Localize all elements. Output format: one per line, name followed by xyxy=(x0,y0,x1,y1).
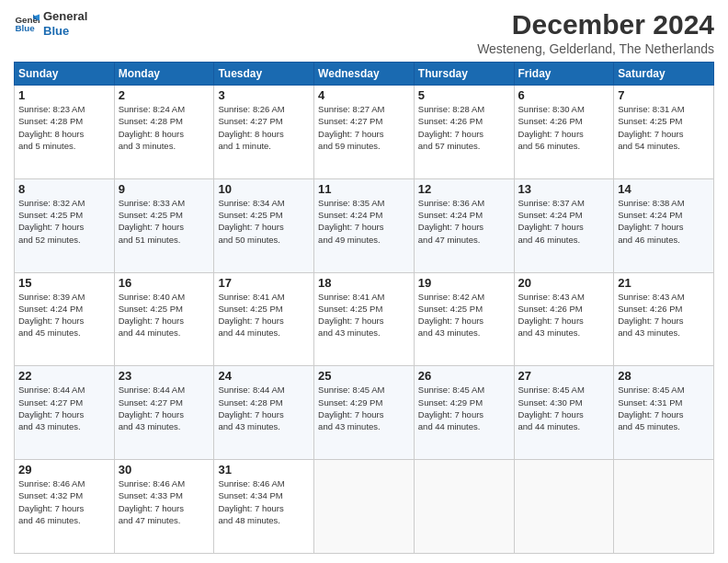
day-info: Sunrise: 8:36 AM Sunset: 4:24 PM Dayligh… xyxy=(418,197,510,246)
day-number: 24 xyxy=(218,369,310,383)
calendar-cell xyxy=(514,460,614,554)
day-number: 14 xyxy=(618,182,710,196)
calendar-header-tuesday: Tuesday xyxy=(214,63,314,86)
calendar-week-4: 22Sunrise: 8:44 AM Sunset: 4:27 PM Dayli… xyxy=(15,366,714,460)
calendar-week-5: 29Sunrise: 8:46 AM Sunset: 4:32 PM Dayli… xyxy=(15,460,714,554)
day-number: 2 xyxy=(119,88,210,102)
calendar-cell: 19Sunrise: 8:42 AM Sunset: 4:25 PM Dayli… xyxy=(414,272,514,366)
calendar-cell: 12Sunrise: 8:36 AM Sunset: 4:24 PM Dayli… xyxy=(414,178,514,272)
day-info: Sunrise: 8:44 AM Sunset: 4:27 PM Dayligh… xyxy=(18,384,110,432)
logo: General Blue General Blue xyxy=(14,9,87,38)
logo-line2: Blue xyxy=(43,24,87,39)
calendar-cell: 28Sunrise: 8:45 AM Sunset: 4:31 PM Dayli… xyxy=(614,366,714,460)
calendar-header-thursday: Thursday xyxy=(414,63,514,86)
day-info: Sunrise: 8:30 AM Sunset: 4:26 PM Dayligh… xyxy=(518,103,610,152)
day-info: Sunrise: 8:45 AM Sunset: 4:29 PM Dayligh… xyxy=(318,384,410,432)
main-title: December 2024 xyxy=(477,9,714,40)
calendar-cell: 27Sunrise: 8:45 AM Sunset: 4:30 PM Dayli… xyxy=(514,366,614,460)
calendar-cell: 31Sunrise: 8:46 AM Sunset: 4:34 PM Dayli… xyxy=(214,460,314,554)
day-number: 5 xyxy=(418,88,510,102)
day-number: 3 xyxy=(218,88,310,102)
day-number: 10 xyxy=(218,182,310,196)
calendar-cell: 17Sunrise: 8:41 AM Sunset: 4:25 PM Dayli… xyxy=(214,272,314,366)
day-info: Sunrise: 8:37 AM Sunset: 4:24 PM Dayligh… xyxy=(518,197,610,246)
day-info: Sunrise: 8:44 AM Sunset: 4:27 PM Dayligh… xyxy=(119,384,210,432)
day-number: 4 xyxy=(318,88,410,102)
day-number: 31 xyxy=(218,463,310,477)
calendar-header-row: SundayMondayTuesdayWednesdayThursdayFrid… xyxy=(15,63,714,86)
day-info: Sunrise: 8:38 AM Sunset: 4:24 PM Dayligh… xyxy=(618,197,710,246)
day-info: Sunrise: 8:27 AM Sunset: 4:27 PM Dayligh… xyxy=(318,103,410,152)
logo-line1: General xyxy=(43,9,87,24)
day-number: 26 xyxy=(418,369,510,383)
calendar-cell: 23Sunrise: 8:44 AM Sunset: 4:27 PM Dayli… xyxy=(114,366,214,460)
day-number: 23 xyxy=(119,369,210,383)
day-number: 28 xyxy=(618,369,710,383)
day-number: 25 xyxy=(318,369,410,383)
day-number: 8 xyxy=(18,182,110,196)
day-info: Sunrise: 8:45 AM Sunset: 4:30 PM Dayligh… xyxy=(518,384,610,432)
day-number: 12 xyxy=(418,182,510,196)
day-number: 30 xyxy=(119,463,210,477)
calendar-cell: 10Sunrise: 8:34 AM Sunset: 4:25 PM Dayli… xyxy=(214,178,314,272)
calendar-header-saturday: Saturday xyxy=(614,63,714,86)
calendar-cell: 14Sunrise: 8:38 AM Sunset: 4:24 PM Dayli… xyxy=(614,178,714,272)
calendar-cell: 7Sunrise: 8:31 AM Sunset: 4:25 PM Daylig… xyxy=(614,86,714,179)
calendar-cell: 24Sunrise: 8:44 AM Sunset: 4:28 PM Dayli… xyxy=(214,366,314,460)
calendar-cell: 15Sunrise: 8:39 AM Sunset: 4:24 PM Dayli… xyxy=(15,272,115,366)
calendar-cell: 1Sunrise: 8:23 AM Sunset: 4:28 PM Daylig… xyxy=(15,86,115,179)
day-info: Sunrise: 8:39 AM Sunset: 4:24 PM Dayligh… xyxy=(18,291,110,339)
calendar-cell: 4Sunrise: 8:27 AM Sunset: 4:27 PM Daylig… xyxy=(314,86,415,179)
calendar-cell: 16Sunrise: 8:40 AM Sunset: 4:25 PM Dayli… xyxy=(114,272,214,366)
day-number: 16 xyxy=(119,276,210,290)
calendar-cell xyxy=(314,460,415,554)
day-info: Sunrise: 8:41 AM Sunset: 4:25 PM Dayligh… xyxy=(218,291,310,339)
day-info: Sunrise: 8:41 AM Sunset: 4:25 PM Dayligh… xyxy=(318,291,410,339)
calendar-table: SundayMondayTuesdayWednesdayThursdayFrid… xyxy=(14,62,714,554)
day-info: Sunrise: 8:32 AM Sunset: 4:25 PM Dayligh… xyxy=(18,197,110,246)
day-info: Sunrise: 8:44 AM Sunset: 4:28 PM Dayligh… xyxy=(218,384,310,432)
day-info: Sunrise: 8:46 AM Sunset: 4:33 PM Dayligh… xyxy=(119,477,210,526)
calendar-cell: 2Sunrise: 8:24 AM Sunset: 4:28 PM Daylig… xyxy=(114,86,214,179)
header: General Blue General Blue December 2024 … xyxy=(14,9,714,56)
day-info: Sunrise: 8:42 AM Sunset: 4:25 PM Dayligh… xyxy=(418,291,510,339)
calendar-week-2: 8Sunrise: 8:32 AM Sunset: 4:25 PM Daylig… xyxy=(15,178,714,272)
day-number: 1 xyxy=(18,88,110,102)
calendar-cell: 22Sunrise: 8:44 AM Sunset: 4:27 PM Dayli… xyxy=(15,366,115,460)
calendar-cell: 20Sunrise: 8:43 AM Sunset: 4:26 PM Dayli… xyxy=(514,272,614,366)
calendar-cell: 30Sunrise: 8:46 AM Sunset: 4:33 PM Dayli… xyxy=(114,460,214,554)
calendar-cell: 13Sunrise: 8:37 AM Sunset: 4:24 PM Dayli… xyxy=(514,178,614,272)
day-info: Sunrise: 8:43 AM Sunset: 4:26 PM Dayligh… xyxy=(518,291,610,339)
calendar-cell: 3Sunrise: 8:26 AM Sunset: 4:27 PM Daylig… xyxy=(214,86,314,179)
day-number: 13 xyxy=(518,182,610,196)
day-info: Sunrise: 8:28 AM Sunset: 4:26 PM Dayligh… xyxy=(418,103,510,152)
calendar-week-3: 15Sunrise: 8:39 AM Sunset: 4:24 PM Dayli… xyxy=(15,272,714,366)
day-number: 6 xyxy=(518,88,610,102)
day-info: Sunrise: 8:35 AM Sunset: 4:24 PM Dayligh… xyxy=(318,197,410,246)
day-info: Sunrise: 8:45 AM Sunset: 4:31 PM Dayligh… xyxy=(618,384,710,432)
day-number: 20 xyxy=(518,276,610,290)
subtitle: Westeneng, Gelderland, The Netherlands xyxy=(477,41,714,56)
calendar-cell xyxy=(614,460,714,554)
day-info: Sunrise: 8:34 AM Sunset: 4:25 PM Dayligh… xyxy=(218,197,310,246)
logo-icon: General Blue xyxy=(14,11,40,37)
day-info: Sunrise: 8:24 AM Sunset: 4:28 PM Dayligh… xyxy=(119,103,210,152)
day-number: 9 xyxy=(119,182,210,196)
day-number: 29 xyxy=(18,463,110,477)
calendar-cell: 29Sunrise: 8:46 AM Sunset: 4:32 PM Dayli… xyxy=(15,460,115,554)
day-info: Sunrise: 8:40 AM Sunset: 4:25 PM Dayligh… xyxy=(119,291,210,339)
calendar-header-wednesday: Wednesday xyxy=(314,63,415,86)
calendar-header-sunday: Sunday xyxy=(15,63,115,86)
day-number: 18 xyxy=(318,276,410,290)
day-info: Sunrise: 8:33 AM Sunset: 4:25 PM Dayligh… xyxy=(119,197,210,246)
calendar-body: 1Sunrise: 8:23 AM Sunset: 4:28 PM Daylig… xyxy=(15,86,714,554)
day-number: 11 xyxy=(318,182,410,196)
calendar-cell: 9Sunrise: 8:33 AM Sunset: 4:25 PM Daylig… xyxy=(114,178,214,272)
calendar-cell: 11Sunrise: 8:35 AM Sunset: 4:24 PM Dayli… xyxy=(314,178,415,272)
page: General Blue General Blue December 2024 … xyxy=(0,0,728,563)
day-number: 21 xyxy=(618,276,710,290)
day-info: Sunrise: 8:45 AM Sunset: 4:29 PM Dayligh… xyxy=(418,384,510,432)
calendar-cell: 18Sunrise: 8:41 AM Sunset: 4:25 PM Dayli… xyxy=(314,272,415,366)
svg-text:Blue: Blue xyxy=(15,23,35,33)
calendar-cell: 26Sunrise: 8:45 AM Sunset: 4:29 PM Dayli… xyxy=(414,366,514,460)
